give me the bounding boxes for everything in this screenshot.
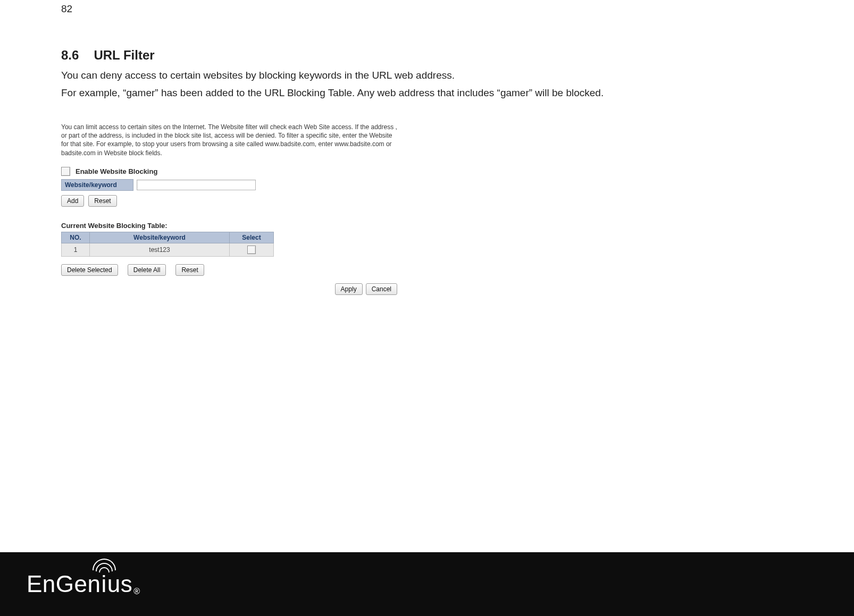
enable-website-blocking-label: Enable Website Blocking <box>76 167 157 175</box>
col-no: NO. <box>62 232 90 243</box>
brand-text-part1: EnGen <box>27 572 101 596</box>
wifi-arc-3 <box>93 559 116 570</box>
delete-selected-button[interactable]: Delete Selected <box>61 264 118 276</box>
col-keyword: Website/keyword <box>90 232 230 243</box>
content-area: 82 8.6URL Filter You can deny access to … <box>0 0 854 295</box>
page-footer: EnGen i us® <box>0 552 854 616</box>
table-button-row: Delete Selected Delete All Reset <box>61 264 397 276</box>
reset-button[interactable]: Reset <box>88 195 116 207</box>
table-header-row: NO. Website/keyword Select <box>62 232 274 243</box>
cell-keyword: test123 <box>90 243 230 256</box>
col-select: Select <box>230 232 274 243</box>
brand-logo: EnGen i us® <box>27 572 140 596</box>
blocking-table-title: Current Website Blocking Table: <box>61 222 397 230</box>
panel-intro-text: You can limit access to certain sites on… <box>61 123 397 157</box>
section-heading: 8.6URL Filter <box>61 48 793 63</box>
section-number: 8.6 <box>61 48 79 63</box>
add-button[interactable]: Add <box>61 195 84 207</box>
row-select-checkbox[interactable] <box>247 246 256 254</box>
apply-button[interactable]: Apply <box>335 283 363 295</box>
blocking-table: NO. Website/keyword Select 1 test123 <box>61 232 274 257</box>
cancel-button[interactable]: Cancel <box>366 283 397 295</box>
registered-trademark-icon: ® <box>133 587 140 596</box>
cell-select <box>230 243 274 256</box>
brand-text-part2: us <box>107 572 132 596</box>
keyword-input[interactable] <box>137 180 256 190</box>
add-reset-row: Add Reset <box>61 195 397 207</box>
enable-website-blocking-checkbox[interactable] <box>61 167 70 176</box>
brand-wifi-icon: i <box>101 572 107 596</box>
document-page: 82 8.6URL Filter You can deny access to … <box>0 0 854 616</box>
section-paragraph-1: You can deny access to certain websites … <box>61 68 793 83</box>
section-paragraph-2: For example, “gamer” has been added to t… <box>61 86 793 101</box>
apply-cancel-row: Apply Cancel <box>61 283 397 295</box>
screenshot-panel: You can limit access to certain sites on… <box>61 123 397 295</box>
page-number: 82 <box>61 0 793 15</box>
brand-text-i: i <box>101 571 106 597</box>
enable-row: Enable Website Blocking <box>61 167 397 176</box>
keyword-row: Website/keyword <box>61 179 397 191</box>
keyword-field-label: Website/keyword <box>61 179 133 191</box>
section-title: URL Filter <box>94 48 154 62</box>
delete-all-button[interactable]: Delete All <box>128 264 166 276</box>
table-reset-button[interactable]: Reset <box>175 264 204 276</box>
table-row: 1 test123 <box>62 243 274 256</box>
cell-no: 1 <box>62 243 90 256</box>
